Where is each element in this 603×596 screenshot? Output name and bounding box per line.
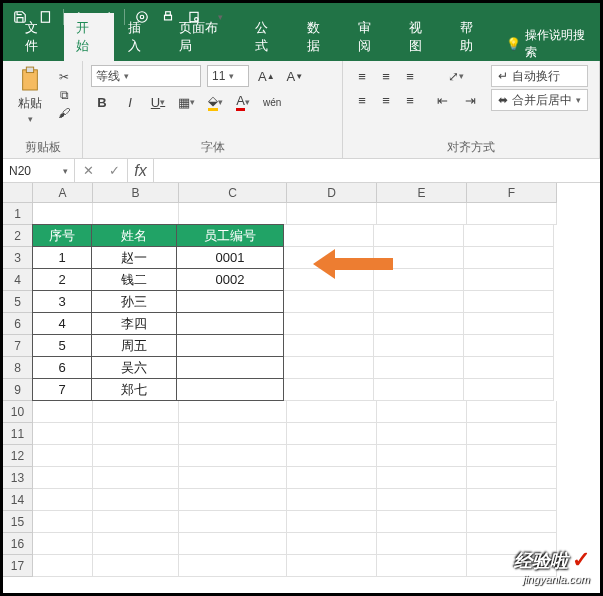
row-header[interactable]: 7: [3, 335, 33, 357]
format-painter-icon[interactable]: 🖌: [55, 105, 73, 121]
cell[interactable]: [176, 334, 284, 357]
column-header[interactable]: F: [467, 183, 557, 203]
cell[interactable]: 李四: [91, 312, 177, 335]
row-header[interactable]: 3: [3, 247, 33, 269]
cell[interactable]: [467, 203, 557, 225]
tab-formula[interactable]: 公式: [243, 13, 292, 61]
cell[interactable]: [464, 291, 554, 313]
cell[interactable]: [93, 555, 179, 577]
cell[interactable]: [287, 401, 377, 423]
increase-indent-icon[interactable]: ⇥: [459, 89, 481, 111]
enter-icon[interactable]: ✓: [101, 163, 127, 178]
column-header[interactable]: B: [93, 183, 179, 203]
cell[interactable]: [287, 533, 377, 555]
cell[interactable]: [464, 269, 554, 291]
align-top-icon[interactable]: ≡: [351, 65, 373, 87]
cell[interactable]: [287, 203, 377, 225]
align-right-icon[interactable]: ≡: [399, 89, 421, 111]
copy-icon[interactable]: ⧉: [55, 87, 73, 103]
cell[interactable]: [287, 555, 377, 577]
cell[interactable]: 3: [32, 290, 92, 313]
align-left-icon[interactable]: ≡: [351, 89, 373, 111]
cell[interactable]: [287, 467, 377, 489]
font-color-button[interactable]: A▾: [232, 91, 254, 113]
cell[interactable]: [93, 401, 179, 423]
column-header[interactable]: A: [33, 183, 93, 203]
cell[interactable]: [33, 423, 93, 445]
cell[interactable]: [93, 203, 179, 225]
font-size-select[interactable]: 11▾: [207, 65, 249, 87]
tab-data[interactable]: 数据: [295, 13, 344, 61]
cell[interactable]: [377, 489, 467, 511]
cell[interactable]: [374, 291, 464, 313]
row-header[interactable]: 11: [3, 423, 33, 445]
merge-center-button[interactable]: ⬌合并后居中▾: [491, 89, 588, 111]
cell[interactable]: [179, 203, 287, 225]
cell[interactable]: [287, 445, 377, 467]
cell[interactable]: [377, 203, 467, 225]
cell[interactable]: [377, 423, 467, 445]
cell[interactable]: 0001: [176, 246, 284, 269]
tab-file[interactable]: 文件: [13, 13, 62, 61]
cell[interactable]: [179, 445, 287, 467]
cell[interactable]: [179, 401, 287, 423]
cell[interactable]: [176, 356, 284, 379]
select-all-corner[interactable]: [3, 183, 33, 203]
cancel-icon[interactable]: ✕: [75, 163, 101, 178]
cell[interactable]: 6: [32, 356, 92, 379]
cell[interactable]: [284, 313, 374, 335]
cell[interactable]: [179, 467, 287, 489]
cell[interactable]: [467, 445, 557, 467]
phonetic-button[interactable]: wén: [260, 91, 284, 113]
cell[interactable]: [179, 489, 287, 511]
cell[interactable]: [284, 357, 374, 379]
cell[interactable]: [377, 401, 467, 423]
cell[interactable]: [93, 445, 179, 467]
cell[interactable]: [464, 357, 554, 379]
cell[interactable]: 钱二: [91, 268, 177, 291]
wrap-text-button[interactable]: ↵自动换行: [491, 65, 588, 87]
cell[interactable]: [464, 225, 554, 247]
orientation-icon[interactable]: ⤢▾: [431, 65, 481, 87]
tell-me[interactable]: 💡 操作说明搜索: [500, 27, 600, 61]
cell[interactable]: 7: [32, 378, 92, 401]
cell[interactable]: [93, 533, 179, 555]
cell[interactable]: [33, 203, 93, 225]
cell[interactable]: 0002: [176, 268, 284, 291]
align-middle-icon[interactable]: ≡: [375, 65, 397, 87]
cell[interactable]: [33, 555, 93, 577]
cell[interactable]: 2: [32, 268, 92, 291]
cell[interactable]: [284, 379, 374, 401]
cell[interactable]: [287, 489, 377, 511]
row-header[interactable]: 12: [3, 445, 33, 467]
cell[interactable]: [374, 357, 464, 379]
cell[interactable]: [33, 445, 93, 467]
cell[interactable]: [377, 467, 467, 489]
row-header[interactable]: 14: [3, 489, 33, 511]
cell[interactable]: [374, 335, 464, 357]
cell[interactable]: [93, 489, 179, 511]
cell[interactable]: [176, 290, 284, 313]
cell[interactable]: 员工编号: [176, 224, 284, 247]
decrease-indent-icon[interactable]: ⇤: [431, 89, 453, 111]
cell[interactable]: [464, 379, 554, 401]
column-header[interactable]: C: [179, 183, 287, 203]
underline-button[interactable]: U▾: [147, 91, 169, 113]
column-header[interactable]: E: [377, 183, 467, 203]
cell[interactable]: [284, 335, 374, 357]
cell[interactable]: [377, 445, 467, 467]
font-name-select[interactable]: 等线▾: [91, 65, 201, 87]
tab-layout[interactable]: 页面布局: [167, 13, 242, 61]
cell[interactable]: [33, 401, 93, 423]
cell[interactable]: [374, 379, 464, 401]
decrease-font-icon[interactable]: A▼: [284, 65, 307, 87]
fill-color-button[interactable]: ⬙▾: [204, 91, 226, 113]
cell[interactable]: [176, 378, 284, 401]
cell[interactable]: 吴六: [91, 356, 177, 379]
bold-button[interactable]: B: [91, 91, 113, 113]
cell[interactable]: [93, 423, 179, 445]
cell[interactable]: [467, 423, 557, 445]
cell[interactable]: [287, 423, 377, 445]
align-center-icon[interactable]: ≡: [375, 89, 397, 111]
row-header[interactable]: 10: [3, 401, 33, 423]
